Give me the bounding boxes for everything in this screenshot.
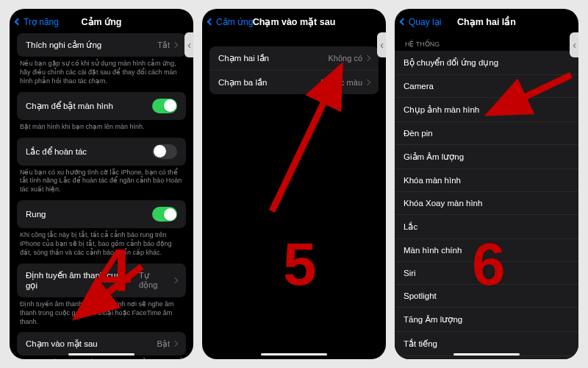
chevron-right-icon: [172, 277, 178, 283]
nav-header: Quay lại Chạm hai lần: [395, 9, 578, 33]
back-button[interactable]: Quay lại: [401, 17, 441, 27]
step-number-5: 5: [283, 230, 317, 299]
list-item[interactable]: Lắc: [395, 215, 578, 239]
screenshot-step-4: Trợ năng Cảm ứng Thích nghi cảm ứng Tắt …: [10, 9, 193, 359]
caption: Khi công tắc này bị tắt, tất cả cảnh báo…: [10, 228, 193, 263]
nav-header: Cảm ứng Chạm vào mặt sau: [202, 9, 386, 33]
list-item[interactable]: Giảm Âm lượng: [395, 145, 578, 169]
caption: Định tuyến âm thanh cuộc gọi định nơi sẽ…: [10, 297, 193, 333]
chevron-right-icon: [365, 79, 370, 85]
caption: Chạm hai lần hoặc ba lần vào mặt sau của…: [10, 355, 193, 359]
list-item[interactable]: Đèn pin: [395, 122, 578, 145]
chevron-right-icon: [172, 341, 178, 347]
list-item[interactable]: Bộ chuyển đổi ứng dụng: [395, 51, 578, 75]
list-item[interactable]: Khóa Xoay màn hình: [395, 192, 578, 215]
row-call-audio-routing[interactable]: Định tuyến âm thanh cuộc gọi Tự động: [17, 263, 186, 297]
caption: Nếu bạn gặp sự cố khi sử dụng màn hình c…: [10, 57, 193, 92]
toggle-on-icon[interactable]: [152, 207, 177, 222]
home-indicator-icon: [453, 353, 520, 356]
list-item[interactable]: Tầm với: [395, 356, 578, 359]
screenshot-step-6: Quay lại Chạm hai lần HỆ THỐNG Bộ chuyển…: [395, 9, 578, 359]
chevron-right-icon: [172, 42, 178, 48]
back-button[interactable]: Trợ năng: [15, 17, 59, 27]
caption: Bật màn hình khi bạn chạm lên màn hình.: [10, 120, 193, 138]
home-indicator-icon: [261, 353, 327, 356]
back-button[interactable]: Cảm ứng: [208, 17, 253, 27]
list-item[interactable]: Chụp ảnh màn hình: [395, 98, 578, 122]
chevron-right-icon: [365, 55, 370, 61]
home-indicator-icon: [68, 353, 135, 356]
caption: Nếu bạn có xu hướng tình cờ lắc iPhone, …: [10, 166, 193, 201]
list-item[interactable]: Màn hình chính: [395, 239, 578, 262]
row-vibration[interactable]: Rung: [17, 200, 186, 228]
row-double-tap[interactable]: Chạm hai lần Không có: [209, 46, 379, 71]
list-item[interactable]: Siri: [395, 262, 578, 285]
back-label: Trợ năng: [24, 17, 59, 27]
section-header-system: HỆ THỐNG: [395, 33, 578, 51]
nav-header: Trợ năng Cảm ứng: [10, 9, 193, 33]
row-triple-tap[interactable]: Chạm ba lần Bộ lọc màu: [209, 71, 379, 94]
chevron-left-icon: [15, 18, 22, 26]
list-item[interactable]: Camera: [395, 75, 578, 98]
chevron-left-icon: [400, 18, 407, 26]
toggle-on-icon[interactable]: [152, 99, 177, 113]
side-tab-icon: ‹: [570, 32, 578, 57]
chevron-left-icon: [207, 18, 215, 26]
list-item[interactable]: Spotlight: [395, 285, 578, 308]
row-shake-undo[interactable]: Lắc để hoàn tác: [17, 138, 186, 166]
row-touch-accommodations[interactable]: Thích nghi cảm ứng Tắt: [17, 33, 186, 57]
list-item[interactable]: Tăng Âm lượng: [395, 308, 578, 332]
toggle-off-icon[interactable]: [152, 144, 177, 159]
list-item[interactable]: Khóa màn hình: [395, 169, 578, 192]
side-tab-icon: ‹: [184, 32, 193, 57]
system-actions-list: Bộ chuyển đổi ứng dụngCameraChụp ảnh màn…: [395, 51, 578, 359]
screenshot-step-5: Cảm ứng Chạm vào mặt sau Chạm hai lần Kh…: [202, 9, 386, 359]
back-label: Cảm ứng: [216, 17, 253, 27]
row-tap-to-wake[interactable]: Chạm để bật màn hình: [17, 92, 186, 120]
side-tab-icon: ‹: [377, 32, 386, 57]
back-label: Quay lại: [409, 17, 441, 27]
